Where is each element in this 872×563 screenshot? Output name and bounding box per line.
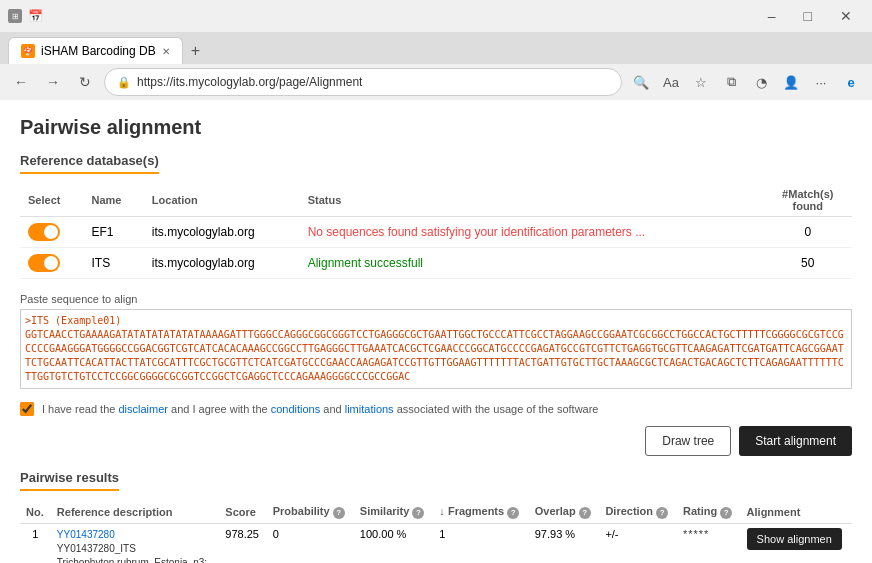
nav-bar: ← → ↻ 🔒 https://its.mycologylab.org/page…	[0, 64, 872, 100]
draw-tree-button[interactable]: Draw tree	[645, 426, 731, 456]
account-icon[interactable]: 👤	[778, 69, 804, 95]
url-text: https://its.mycologylab.org/page/Alignme…	[137, 75, 609, 89]
disclaimer-text: I have read the disclaimer and I agree w…	[42, 403, 598, 415]
dir-help-icon[interactable]: ?	[656, 507, 668, 519]
forward-button[interactable]: →	[40, 69, 66, 95]
close-btn[interactable]: ✕	[828, 8, 864, 24]
reference-section-label: Reference database(s)	[20, 153, 159, 174]
db-name-ef1: EF1	[84, 217, 144, 248]
col-status: Status	[300, 184, 764, 217]
db-status-ef1: No sequences found satisfying your ident…	[300, 217, 764, 248]
rating-help-icon[interactable]: ?	[720, 507, 732, 519]
active-tab[interactable]: 🍄 iSHAM Barcoding DB ✕	[8, 37, 183, 64]
table-row: ITS its.mycologylab.org Alignment succes…	[20, 248, 852, 279]
system-icon: ⊞	[8, 9, 22, 23]
results-col-align: Alignment	[741, 501, 852, 524]
col-name: Name	[84, 184, 144, 217]
read-mode-icon[interactable]: Aa	[658, 69, 684, 95]
minimize-btn[interactable]: –	[756, 8, 788, 24]
toggle-ef1[interactable]	[28, 223, 60, 241]
calendar-icon: 📅	[28, 9, 42, 23]
tab-title: iSHAM Barcoding DB	[41, 44, 156, 58]
results-col-frag: ↓ Fragments ?	[433, 501, 528, 524]
page-title: Pairwise alignment	[20, 116, 852, 139]
result-rating-1: *****	[677, 524, 741, 564]
maximize-btn[interactable]: □	[792, 8, 824, 24]
sim-help-icon[interactable]: ?	[412, 507, 424, 519]
new-tab-button[interactable]: +	[183, 38, 208, 64]
db-matches-ef1: 0	[764, 217, 852, 248]
col-select: Select	[20, 184, 84, 217]
sequence-input[interactable]: >ITS (Example01) GGTCAACCTGAAAAGATATATAT…	[20, 309, 852, 389]
results-table: No. Reference description Score Probabil…	[20, 501, 852, 563]
frag-help-icon[interactable]: ?	[507, 507, 519, 519]
tab-favicon: 🍄	[21, 44, 35, 58]
disclaimer-checkbox[interactable]	[20, 402, 34, 416]
paste-label: Paste sequence to align	[20, 293, 852, 305]
back-button[interactable]: ←	[8, 69, 34, 95]
results-col-prob: Probability ?	[267, 501, 354, 524]
tab-bar: 🍄 iSHAM Barcoding DB ✕ +	[0, 32, 872, 64]
results-section-label: Pairwise results	[20, 470, 119, 491]
action-buttons: Draw tree Start alignment	[20, 426, 852, 456]
col-location: Location	[144, 184, 300, 217]
edge-icon[interactable]: e	[838, 69, 864, 95]
favorite-icon[interactable]: ☆	[688, 69, 714, 95]
result-row-1: 1 YY01437280 YY01437280_ITS Trichophyton…	[20, 524, 852, 564]
results-col-rating: Rating ?	[677, 501, 741, 524]
col-matches: #Match(s)found	[764, 184, 852, 217]
result-align-btn-1[interactable]: Show alignmen	[741, 524, 852, 564]
result-score-1: 978.25	[219, 524, 266, 564]
window-controls: – □ ✕	[756, 8, 864, 24]
tab-close-icon[interactable]: ✕	[162, 46, 170, 57]
results-col-dir: Direction ?	[599, 501, 677, 524]
result-overlap-1: 97.93 %	[529, 524, 600, 564]
page-content: Pairwise alignment Reference database(s)…	[0, 100, 872, 563]
extension-icon[interactable]: ◔	[748, 69, 774, 95]
conditions-link[interactable]: conditions	[271, 403, 321, 415]
prob-help-icon[interactable]: ?	[333, 507, 345, 519]
disclaimer-row: I have read the disclaimer and I agree w…	[20, 402, 852, 416]
overlap-help-icon[interactable]: ?	[579, 507, 591, 519]
address-bar[interactable]: 🔒 https://its.mycologylab.org/page/Align…	[104, 68, 622, 96]
lock-icon: 🔒	[117, 76, 131, 89]
toggle-its[interactable]	[28, 254, 60, 272]
result-prob-1: 0	[267, 524, 354, 564]
results-col-ref: Reference description	[51, 501, 219, 524]
settings-icon[interactable]: ···	[808, 69, 834, 95]
db-location-ef1: its.mycologylab.org	[144, 217, 300, 248]
title-bar: ⊞ 📅 – □ ✕	[0, 0, 872, 32]
nav-icons: 🔍 Aa ☆ ⧉ ◔ 👤 ··· e	[628, 69, 864, 95]
db-matches-its: 50	[764, 248, 852, 279]
result-sim-1: 100.00 %	[354, 524, 434, 564]
result-ref-1: YY01437280 YY01437280_ITS Trichophyton r…	[51, 524, 219, 564]
refresh-button[interactable]: ↻	[72, 69, 98, 95]
db-location-its: its.mycologylab.org	[144, 248, 300, 279]
table-row: EF1 its.mycologylab.org No sequences fou…	[20, 217, 852, 248]
db-name-its: ITS	[84, 248, 144, 279]
result-no-1: 1	[20, 524, 51, 564]
results-col-sim: Similarity ?	[354, 501, 434, 524]
result-dir-1: +/-	[599, 524, 677, 564]
results-col-overlap: Overlap ?	[529, 501, 600, 524]
start-alignment-button[interactable]: Start alignment	[739, 426, 852, 456]
search-icon[interactable]: 🔍	[628, 69, 654, 95]
db-status-its: Alignment successfull	[300, 248, 764, 279]
results-col-no: No.	[20, 501, 51, 524]
disclaimer-link[interactable]: disclaimer	[118, 403, 168, 415]
limitations-link[interactable]: limitations	[345, 403, 394, 415]
tab-view-icon[interactable]: ⧉	[718, 69, 744, 95]
reference-table: Select Name Location Status #Match(s)fou…	[20, 184, 852, 279]
results-col-score: Score	[219, 501, 266, 524]
result-frag-1: 1	[433, 524, 528, 564]
